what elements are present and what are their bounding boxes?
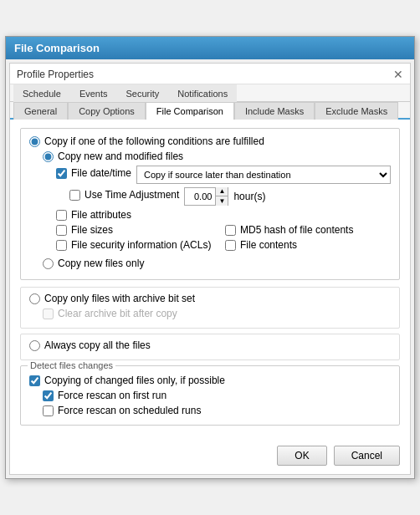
window-title: File Comparison [14,42,100,54]
detect-changes-section: Detect files changes Copying of changed … [20,365,400,426]
checkbox-force-sched-input[interactable] [43,405,54,416]
checkbox-file-sizes-input[interactable] [56,225,67,236]
always-copy-section: Always copy all the files [20,334,400,360]
tab-schedule[interactable]: Schedule [13,84,70,102]
archive-section: Copy only files with archive bit set Cle… [20,287,400,329]
tab-content: Copy if one of the following conditions … [10,120,410,439]
radio-new-modified[interactable]: Copy new and modified files [43,150,391,162]
checkbox-md5-input[interactable] [225,225,236,236]
checkbox-file-sizes[interactable]: File sizes [56,224,222,236]
detect-changes-label: Detect files changes [28,360,115,370]
checkbox-time-adj-input[interactable] [69,190,80,201]
checkbox-clear-archive[interactable]: Clear archive bit after copy [43,308,391,319]
close-button[interactable]: ✕ [393,69,403,80]
checkbox-file-attr[interactable]: File attributes [56,209,391,221]
cancel-button[interactable]: Cancel [334,446,400,466]
tab-notifications[interactable]: Notifications [168,84,237,102]
checkbox-changed-only-input[interactable] [29,375,40,386]
tab-row-2: General Copy Options File Comparison Inc… [10,102,410,120]
conditions-section: Copy if one of the following conditions … [20,128,400,280]
checkbox-contents[interactable]: File contents [225,239,391,251]
two-col-row1: File sizes MD5 hash of file contents [56,224,391,239]
checkbox-file-datetime[interactable]: File date/time [56,167,131,179]
tab-general[interactable]: General [13,102,68,120]
file-datetime-row: File date/time Copy if source later than… [56,166,391,184]
dialog: Profile Properties ✕ Schedule Events Sec… [9,63,411,475]
checkbox-changed-only[interactable]: Copying of changed files only, if possib… [29,375,391,386]
radio-conditions-input[interactable] [29,136,40,147]
tab-events[interactable]: Events [70,84,117,102]
dialog-header: Profile Properties ✕ [10,64,410,84]
checkbox-security-input[interactable] [56,240,67,251]
checkbox-security[interactable]: File security information (ACLs) [56,239,222,251]
title-bar: File Comparison [6,37,414,59]
radio-archive[interactable]: Copy only files with archive bit set [29,293,391,304]
dialog-title: Profile Properties [17,69,94,80]
checkbox-time-adj[interactable]: Use Time Adjustment [69,189,179,201]
button-row: OK Cancel [10,439,410,474]
spin-down[interactable]: ▼ [216,196,228,206]
tab-row-1: Schedule Events Security Notifications [10,84,410,102]
checkbox-file-datetime-input[interactable] [56,168,67,179]
checkbox-force-first-input[interactable] [43,390,54,401]
hours-label: hour(s) [233,191,265,202]
spin-up[interactable]: ▲ [216,187,228,196]
two-col-row2: File security information (ACLs) File co… [56,239,391,254]
radio-always-copy[interactable]: Always copy all the files [29,339,391,351]
time-adjustment-row: Use Time Adjustment ▲ ▼ hour(s) [69,187,391,206]
radio-new-only[interactable]: Copy new files only [43,258,391,269]
radio-new-modified-input[interactable] [43,151,54,162]
app-window: File Comparison Profile Properties ✕ Sch… [5,36,415,479]
tab-file-comparison[interactable]: File Comparison [146,102,234,120]
checkbox-force-sched[interactable]: Force rescan on scheduled runs [43,405,391,416]
checkbox-md5[interactable]: MD5 hash of file contents [225,224,391,236]
tab-copy-options[interactable]: Copy Options [68,102,146,120]
tab-security[interactable]: Security [117,84,169,102]
tab-include-masks[interactable]: Include Masks [234,102,315,120]
checkbox-file-attr-input[interactable] [56,210,67,221]
time-input-group: ▲ ▼ [184,187,228,206]
tab-exclude-masks[interactable]: Exclude Masks [315,102,398,120]
radio-new-only-input[interactable] [43,258,54,269]
spin-buttons: ▲ ▼ [215,187,228,206]
ok-button[interactable]: OK [277,446,326,466]
datetime-dropdown[interactable]: Copy if source later than destination Co… [136,166,391,184]
time-value-input[interactable] [185,190,215,203]
radio-always-copy-input[interactable] [29,340,40,351]
checkbox-clear-archive-input[interactable] [43,308,54,319]
checkbox-contents-input[interactable] [225,240,236,251]
radio-conditions[interactable]: Copy if one of the following conditions … [29,135,391,147]
checkbox-force-first[interactable]: Force rescan on first run [43,390,391,401]
radio-archive-input[interactable] [29,293,40,304]
